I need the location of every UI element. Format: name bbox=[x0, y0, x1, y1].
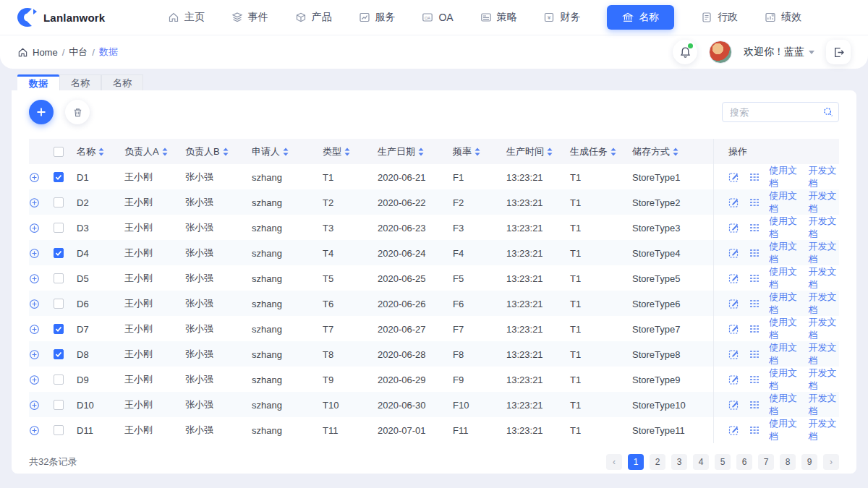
usage-doc-link[interactable]: 使用文档 bbox=[769, 417, 800, 443]
page-next-button[interactable]: › bbox=[823, 454, 839, 470]
column-header-2[interactable]: 负责人A bbox=[124, 139, 185, 164]
expand-row-icon[interactable] bbox=[29, 374, 40, 385]
nav-item-oa[interactable]: OAOA bbox=[422, 12, 453, 23]
sort-icon[interactable] bbox=[223, 147, 229, 156]
sort-icon[interactable] bbox=[673, 147, 678, 156]
dev-doc-link[interactable]: 开发文档 bbox=[809, 367, 840, 393]
dev-doc-link[interactable]: 开发文档 bbox=[809, 341, 840, 367]
expand-row-icon[interactable] bbox=[29, 273, 40, 284]
dev-doc-link[interactable]: 开发文档 bbox=[809, 316, 840, 342]
edit-icon[interactable] bbox=[728, 323, 740, 335]
usage-doc-link[interactable]: 使用文档 bbox=[769, 392, 800, 418]
sort-icon[interactable] bbox=[475, 147, 480, 156]
nav-item-admin[interactable]: 行政 bbox=[701, 11, 738, 24]
search-icon[interactable] bbox=[822, 106, 834, 120]
column-header-3[interactable]: 负责人B bbox=[185, 139, 252, 164]
sort-icon[interactable] bbox=[98, 147, 104, 156]
detail-list-icon[interactable] bbox=[749, 222, 760, 234]
row-checkbox[interactable] bbox=[54, 349, 64, 359]
search-input[interactable] bbox=[722, 102, 839, 122]
usage-doc-link[interactable]: 使用文档 bbox=[769, 215, 800, 241]
usage-doc-link[interactable]: 使用文档 bbox=[769, 291, 800, 317]
breadcrumb-section[interactable]: 中台 bbox=[69, 46, 88, 59]
detail-list-icon[interactable] bbox=[749, 197, 760, 208]
dev-doc-link[interactable]: 开发文档 bbox=[809, 392, 840, 418]
detail-list-icon[interactable] bbox=[749, 399, 760, 411]
expand-row-icon[interactable] bbox=[29, 299, 40, 309]
detail-list-icon[interactable] bbox=[749, 171, 760, 183]
sort-icon[interactable] bbox=[162, 147, 168, 156]
edit-icon[interactable] bbox=[728, 298, 740, 309]
expand-row-icon[interactable] bbox=[29, 425, 40, 436]
column-header-9[interactable]: 生成任务 bbox=[570, 139, 632, 164]
column-header-8[interactable]: 生产时间 bbox=[506, 139, 570, 164]
nav-item-name[interactable]: 名称 bbox=[607, 5, 674, 30]
delete-button[interactable] bbox=[65, 100, 90, 124]
detail-list-icon[interactable] bbox=[749, 273, 760, 284]
edit-icon[interactable] bbox=[728, 247, 740, 259]
tab-2[interactable]: 名称 bbox=[59, 74, 101, 90]
brand-logo[interactable]: Lanlanwork bbox=[16, 7, 124, 28]
usage-doc-link[interactable]: 使用文档 bbox=[769, 189, 800, 215]
dev-doc-link[interactable]: 开发文档 bbox=[809, 240, 840, 266]
page-button-1[interactable]: 1 bbox=[628, 454, 644, 470]
usage-doc-link[interactable]: 使用文档 bbox=[769, 367, 800, 393]
sort-icon[interactable] bbox=[547, 147, 553, 156]
usage-doc-link[interactable]: 使用文档 bbox=[769, 341, 800, 367]
edit-icon[interactable] bbox=[728, 222, 740, 234]
notification-button[interactable] bbox=[673, 40, 697, 64]
row-checkbox[interactable] bbox=[54, 172, 64, 182]
detail-list-icon[interactable] bbox=[749, 348, 760, 360]
add-button[interactable] bbox=[29, 100, 54, 124]
expand-row-icon[interactable] bbox=[29, 324, 40, 335]
dev-doc-link[interactable]: 开发文档 bbox=[809, 291, 840, 317]
row-checkbox[interactable] bbox=[54, 248, 64, 258]
page-button-7[interactable]: 7 bbox=[758, 454, 774, 470]
page-button-5[interactable]: 5 bbox=[715, 454, 731, 470]
row-checkbox[interactable] bbox=[54, 273, 64, 283]
edit-icon[interactable] bbox=[728, 348, 740, 360]
nav-item-performance[interactable]: 绩效 bbox=[765, 11, 801, 24]
sort-icon[interactable] bbox=[344, 147, 350, 156]
column-header-1[interactable]: 名称 bbox=[77, 139, 124, 164]
expand-row-icon[interactable] bbox=[29, 197, 40, 208]
breadcrumb-current[interactable]: 数据 bbox=[99, 46, 118, 59]
column-header-10[interactable]: 储存方式 bbox=[632, 139, 713, 164]
column-header-5[interactable]: 类型 bbox=[323, 139, 378, 164]
expand-row-icon[interactable] bbox=[29, 172, 40, 183]
detail-list-icon[interactable] bbox=[749, 374, 760, 385]
tab-1[interactable]: 数据 bbox=[17, 74, 59, 90]
detail-list-icon[interactable] bbox=[749, 298, 760, 309]
usage-doc-link[interactable]: 使用文档 bbox=[769, 164, 800, 190]
row-checkbox[interactable] bbox=[54, 400, 64, 410]
nav-item-home[interactable]: 主页 bbox=[168, 11, 205, 24]
expand-row-icon[interactable] bbox=[29, 223, 40, 234]
column-header-7[interactable]: 频率 bbox=[453, 139, 506, 164]
page-button-9[interactable]: 9 bbox=[801, 454, 817, 470]
edit-icon[interactable] bbox=[728, 273, 740, 284]
dev-doc-link[interactable]: 开发文档 bbox=[809, 164, 840, 190]
usage-doc-link[interactable]: 使用文档 bbox=[769, 265, 800, 291]
select-all-checkbox[interactable] bbox=[54, 147, 64, 157]
usage-doc-link[interactable]: 使用文档 bbox=[769, 316, 800, 342]
column-header-6[interactable]: 生产日期 bbox=[378, 139, 453, 164]
expand-row-icon[interactable] bbox=[29, 349, 40, 360]
row-checkbox[interactable] bbox=[54, 425, 64, 435]
nav-item-services[interactable]: 服务 bbox=[359, 11, 396, 24]
page-button-8[interactable]: 8 bbox=[780, 454, 796, 470]
dev-doc-link[interactable]: 开发文档 bbox=[809, 215, 840, 241]
sort-icon[interactable] bbox=[610, 147, 616, 156]
tab-3[interactable]: 名称 bbox=[101, 74, 143, 90]
sort-icon[interactable] bbox=[283, 147, 289, 156]
dev-doc-link[interactable]: 开发文档 bbox=[809, 417, 840, 443]
detail-list-icon[interactable] bbox=[749, 323, 760, 335]
row-checkbox[interactable] bbox=[54, 197, 64, 207]
row-checkbox[interactable] bbox=[54, 374, 64, 385]
logout-button[interactable] bbox=[826, 40, 851, 64]
page-prev-button[interactable]: ‹ bbox=[606, 454, 622, 470]
page-button-2[interactable]: 2 bbox=[650, 454, 665, 470]
nav-item-products[interactable]: 产品 bbox=[295, 11, 332, 24]
row-checkbox[interactable] bbox=[54, 299, 64, 309]
usage-doc-link[interactable]: 使用文档 bbox=[769, 240, 800, 266]
dev-doc-link[interactable]: 开发文档 bbox=[809, 189, 840, 215]
